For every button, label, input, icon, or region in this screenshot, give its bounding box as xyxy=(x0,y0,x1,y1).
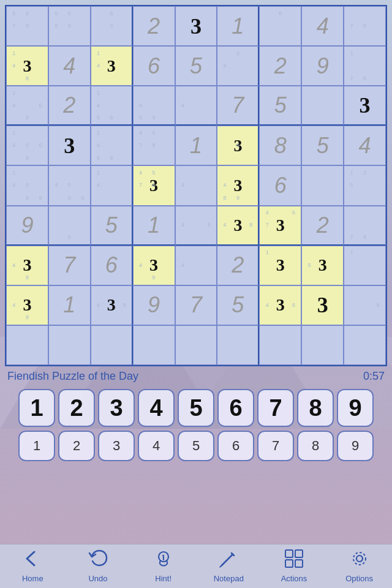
cell-1-5[interactable]: 34 xyxy=(217,46,259,86)
cell-8-5[interactable] xyxy=(217,325,259,365)
cell-5-7[interactable]: 2 xyxy=(301,206,344,246)
cell-8-0[interactable] xyxy=(6,325,48,365)
actions-button[interactable]: Actions xyxy=(270,548,318,583)
cell-1-1[interactable]: 4 xyxy=(48,46,91,86)
cell-1-2[interactable]: 143 xyxy=(91,46,133,86)
cell-7-7[interactable]: 3 xyxy=(301,285,344,325)
cell-8-3[interactable] xyxy=(133,325,175,365)
small-num-6[interactable]: 6 xyxy=(217,431,254,461)
small-num-5[interactable]: 5 xyxy=(178,431,214,461)
cell-7-0[interactable]: 483 xyxy=(6,285,48,325)
cell-4-0[interactable]: 14589 xyxy=(6,165,48,205)
cell-0-7[interactable]: 4 xyxy=(301,6,344,46)
cell-1-8[interactable]: 178 xyxy=(344,46,386,86)
cell-5-3[interactable]: 1 xyxy=(133,206,175,246)
cell-8-6[interactable] xyxy=(259,325,301,365)
small-num-4[interactable]: 4 xyxy=(138,431,175,461)
cell-8-4[interactable] xyxy=(175,325,217,365)
large-num-3[interactable]: 3 xyxy=(98,389,135,427)
cell-1-0[interactable]: 1483 xyxy=(6,46,48,86)
cell-8-2[interactable] xyxy=(91,325,133,365)
cell-1-7[interactable]: 9 xyxy=(301,46,344,86)
cell-4-1[interactable]: 4589 xyxy=(48,165,91,205)
small-num-8[interactable]: 8 xyxy=(297,431,334,461)
large-num-2[interactable]: 2 xyxy=(58,389,95,427)
cell-0-4[interactable]: 3 xyxy=(175,6,217,46)
cell-5-4[interactable]: 48 xyxy=(175,206,217,246)
cell-0-1[interactable]: 5689 xyxy=(48,6,91,46)
cell-4-2[interactable]: 14 xyxy=(91,165,133,205)
cell-6-3[interactable]: 483 xyxy=(133,246,175,285)
large-num-4[interactable]: 4 xyxy=(138,389,175,427)
cell-7-1[interactable]: 1 xyxy=(48,285,91,325)
cell-2-6[interactable]: 5 xyxy=(259,86,301,126)
cell-5-0[interactable]: 9 xyxy=(6,206,48,246)
cell-0-6[interactable]: 6 xyxy=(259,6,301,46)
small-num-3[interactable]: 3 xyxy=(98,431,135,461)
cell-0-2[interactable]: 89 xyxy=(91,6,133,46)
cell-5-5[interactable]: 483 xyxy=(217,206,259,246)
cell-4-4[interactable]: 4 xyxy=(175,165,217,205)
cell-4-5[interactable]: 4893 xyxy=(217,165,259,205)
cell-0-3[interactable]: 2 xyxy=(133,6,175,46)
cell-1-3[interactable]: 6 xyxy=(133,46,175,86)
large-num-1[interactable]: 1 xyxy=(18,389,55,427)
sudoku-grid[interactable]: 5678568989231647814834143653429178146821… xyxy=(5,5,387,366)
large-num-7[interactable]: 7 xyxy=(257,389,294,427)
cell-5-2[interactable]: 5 xyxy=(91,206,133,246)
undo-button[interactable]: Undo xyxy=(74,548,123,583)
cell-3-3[interactable]: 4578 xyxy=(133,126,175,165)
cell-3-1[interactable]: 3 xyxy=(48,126,91,165)
notepad-button[interactable]: Notepad xyxy=(204,548,253,583)
cell-3-5[interactable]: 63 xyxy=(217,126,259,165)
cell-5-6[interactable]: 4673 xyxy=(259,206,301,246)
cell-8-1[interactable] xyxy=(48,325,91,365)
cell-5-1[interactable]: 8 xyxy=(48,206,91,246)
cell-3-7[interactable]: 5 xyxy=(301,126,344,165)
cell-8-8[interactable] xyxy=(344,325,386,365)
cell-4-6[interactable]: 6 xyxy=(259,165,301,205)
cell-6-6[interactable]: 13 xyxy=(259,246,301,285)
cell-3-0[interactable]: 14568 xyxy=(6,126,48,165)
cell-2-4[interactable]: 4 xyxy=(175,86,217,126)
small-num-9[interactable]: 9 xyxy=(337,431,374,461)
cell-0-0[interactable]: 5678 xyxy=(6,6,48,46)
cell-2-2[interactable]: 1489 xyxy=(91,86,133,126)
cell-2-0[interactable]: 1468 xyxy=(6,86,48,126)
cell-2-8[interactable]: 3 xyxy=(344,86,386,126)
cell-7-5[interactable]: 5 xyxy=(217,285,259,325)
cell-6-1[interactable]: 7 xyxy=(48,246,91,285)
cell-0-5[interactable]: 1 xyxy=(217,6,259,46)
cell-2-5[interactable]: 7 xyxy=(217,86,259,126)
cell-7-4[interactable]: 7 xyxy=(175,285,217,325)
cell-6-8[interactable]: 1 xyxy=(344,246,386,285)
small-num-7[interactable]: 7 xyxy=(257,431,294,461)
cell-2-3[interactable]: 489 xyxy=(133,86,175,126)
cell-2-7[interactable] xyxy=(301,86,344,126)
cell-6-4[interactable]: 4 xyxy=(175,246,217,285)
cell-7-8[interactable]: 6 xyxy=(344,285,386,325)
cell-7-2[interactable]: 483 xyxy=(91,285,133,325)
cell-1-4[interactable]: 5 xyxy=(175,46,217,86)
cell-3-4[interactable]: 1 xyxy=(175,126,217,165)
cell-6-0[interactable]: 483 xyxy=(6,246,48,285)
cell-7-6[interactable]: 463 xyxy=(259,285,301,325)
cell-8-7[interactable] xyxy=(301,325,344,365)
cell-4-8[interactable]: 125 xyxy=(344,165,386,205)
cell-6-5[interactable]: 2 xyxy=(217,246,259,285)
home-button[interactable]: Home xyxy=(8,548,57,583)
cell-0-8[interactable]: 78 xyxy=(344,6,386,46)
large-num-8[interactable]: 8 xyxy=(297,389,334,427)
cell-3-2[interactable]: 1489 xyxy=(91,126,133,165)
cell-6-2[interactable]: 6 xyxy=(91,246,133,285)
large-num-6[interactable]: 6 xyxy=(217,389,254,427)
cell-2-1[interactable]: 2 xyxy=(48,86,91,126)
cell-4-7[interactable] xyxy=(301,165,344,205)
cell-3-6[interactable]: 8 xyxy=(259,126,301,165)
hint-button[interactable]: ? Hint! xyxy=(139,548,188,583)
cell-3-8[interactable]: 4 xyxy=(344,126,386,165)
small-num-2[interactable]: 2 xyxy=(58,431,95,461)
cell-6-7[interactable]: 53 xyxy=(301,246,344,285)
cell-5-8[interactable]: 78 xyxy=(344,206,386,246)
large-num-9[interactable]: 9 xyxy=(337,389,374,427)
